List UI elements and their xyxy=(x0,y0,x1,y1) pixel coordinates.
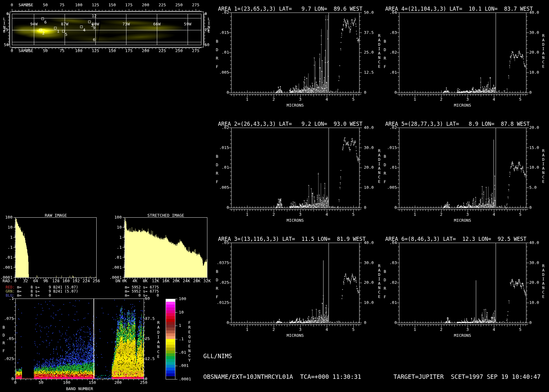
area1-title: AREA 1=(23,65,3,3) LAT= 9.7 LON= 89.6 WE… xyxy=(218,6,363,12)
bdrf-band-frequency-heatmap xyxy=(0,294,201,392)
stretched-stats-3: m= 0 s= 0 xyxy=(125,293,159,298)
area3-title: AREA 3=(13,116,3,3) LAT= 11.5 LON= 81.9 … xyxy=(218,236,366,242)
area5-title: AREA 5=(28,77,3,3) LAT= 8.9 LON= 87.8 WE… xyxy=(385,121,530,127)
area6-title: AREA 6=(8,46,3,3) LAT= 12.3 LON= 92.5 WE… xyxy=(385,236,526,242)
raw-image-title: RAW IMAGE xyxy=(15,213,96,218)
blu-channel-label: BLU: xyxy=(6,293,15,298)
red-channel-stats: m= 8 s= 9 B241 (5.07) xyxy=(15,285,78,289)
raw-stats-grn: GRN: m= 8 s= 9 B241 (5.07) xyxy=(6,289,78,294)
nims-analysis-screen: { "colors": { "background": "#000000", "… xyxy=(0,0,549,392)
stretched-stats-2: m= 5952 s= 6775 xyxy=(125,289,159,294)
red-channel-label: RED: xyxy=(6,285,15,289)
info-line-mission: GLL/NIMS xyxy=(203,352,541,359)
area6-spectrum-plot xyxy=(356,233,549,339)
info-line-obsname: OBSNAME/EXT=10JNTHRCYL01A TCA=+000 11:30… xyxy=(203,373,541,380)
area4-title: AREA 4=(21,104,3,3) LAT= 10.1 LON= 83.7 … xyxy=(385,6,533,12)
observation-info-block: GLL/NIMS OBSNAME/EXT=10JNTHRCYL01A TCA=+… xyxy=(203,339,541,392)
stretched-stats-1: m= 5952 s= 6775 xyxy=(125,285,159,289)
grn-channel-label: GRN: xyxy=(6,289,15,294)
area4-spectrum-plot xyxy=(356,3,549,109)
grn-channel-stats: m= 8 s= 9 B241 (5.07) xyxy=(15,289,78,294)
area2-title: AREA 2=(26,43,3,3) LAT= 9.2 LON= 93.0 WE… xyxy=(218,121,363,127)
context-map-panel xyxy=(0,0,213,56)
stretched-image-title: STRETCHED IMAGE xyxy=(125,213,207,218)
raw-stats-blu: BLU: m= 0 s= 0 xyxy=(6,293,51,298)
raw-stats-red: RED: m= 8 s= 9 B241 (5.07) xyxy=(6,285,78,289)
area5-spectrum-plot xyxy=(356,118,549,224)
blu-channel-stats: m= 0 s= 0 xyxy=(15,293,51,298)
